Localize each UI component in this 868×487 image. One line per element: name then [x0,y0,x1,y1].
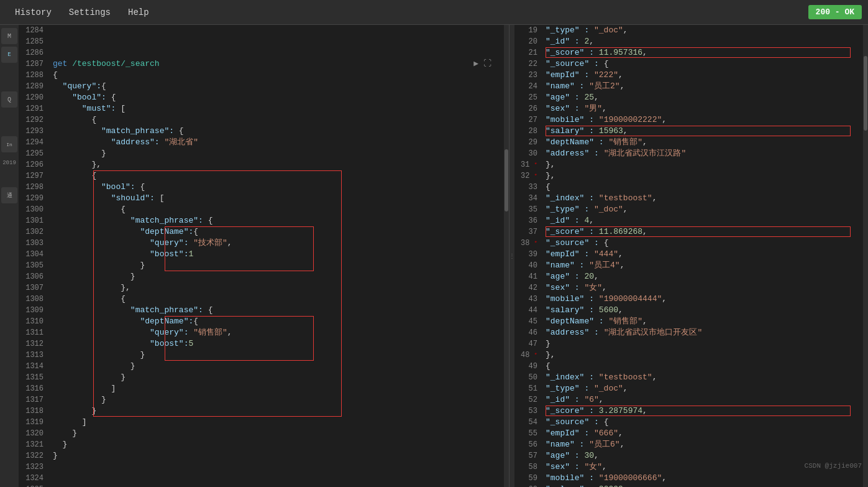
code-line-1322: } [53,450,504,461]
line-num-1292: 1292 [19,114,43,126]
resp-line-37: "_score" : 11.869268, [546,226,863,238]
line-num-1302: 1302 [19,226,43,238]
app-icon-2[interactable]: E [1,47,17,63]
resp-line-20: "_id" : 2, [546,36,863,47]
code-line-1297: { [53,170,504,182]
resp-line-60: "salary" : 30000, [546,484,863,487]
resp-line-28: "salary" : 15963, [546,126,863,137]
menu-history[interactable]: History [6,4,60,21]
code-line-1309: "match_phrase": { [53,305,504,316]
code-line-1311: "query": "销售部", [53,327,504,338]
code-line-1314: } [53,361,504,372]
code-line-1316: ] [53,383,504,394]
resp-line-35: "_type" : "_doc", [546,204,863,215]
resp-line-num-56: 56 [514,439,537,450]
code-line-1293: "match_phrase": { [53,126,504,137]
resp-line-51: "_type" : "_doc", [546,383,863,394]
code-line-1323 [53,461,504,473]
resp-line-54: "_source" : { [546,417,863,428]
line-num-1310: 1310 [19,316,43,327]
code-line-1284 [53,25,504,36]
menu-settings[interactable]: Settings [60,4,119,21]
line-num-1304: 1304 [19,249,43,260]
app-icon-intel[interactable]: In [1,136,17,152]
editor-scrollbar[interactable] [504,25,509,487]
app-icon-1[interactable]: M [1,28,17,44]
code-line-1296: }, [53,159,504,170]
code-line-1317: } [53,394,504,406]
resp-line-num-47: 47 [514,338,537,350]
editor-panel: 1284128512861287128812891290129112921293… [19,25,509,487]
line-num-1293: 1293 [19,126,43,137]
code-line-1306: } [53,271,504,282]
line-num-1320: 1320 [19,428,43,439]
resp-line-num-32: 32 * [514,170,537,182]
code-line-1299: "should": [ [53,193,504,204]
menu-help[interactable]: Help [119,4,158,21]
resp-line-num-45: 45 [514,316,537,327]
resp-line-23: "empId" : "222", [546,70,863,81]
resp-line-38: "_source" : { [546,238,863,249]
resp-line-26: "sex" : "男", [546,103,863,114]
resp-line-num-49: 49 [514,361,537,372]
code-line-1325 [53,484,504,487]
resp-line-num-50: 50 [514,372,537,383]
code-line-1321: } [53,439,504,450]
line-num-1301: 1301 [19,215,43,226]
resp-line-27: "mobile" : "19000002222", [546,114,863,126]
app-icon-3[interactable]: Q [1,91,17,108]
resp-line-num-52: 52 [514,394,537,406]
resp-line-num-44: 44 [514,305,537,316]
code-line-1298: "bool": { [53,182,504,193]
code-line-1288: { [53,70,504,81]
response-scrollbar[interactable] [863,25,868,487]
code-line-1307: }, [53,282,504,294]
response-line-numbers: 19202122232425262728293031 *32 *33343536… [514,25,542,487]
line-num-1284: 1284 [19,25,43,36]
response-content[interactable]: "_type" : "_doc","_id" : 2,"_score" : 11… [542,25,863,487]
line-num-1306: 1306 [19,271,43,282]
resp-line-num-23: 23 [514,70,537,81]
watermark: CSDN @jzjie007 [805,462,862,470]
code-line-1291: "must": [ [53,103,504,114]
line-num-1295: 1295 [19,148,43,159]
panel-divider[interactable]: ⋮ [509,25,514,487]
resp-line-39: "empId" : "444", [546,249,863,260]
app-icon-bottom[interactable]: 通 [1,187,17,203]
resp-line-36: "_id" : 4, [546,215,863,226]
resp-line-num-37: 37 [514,226,537,238]
code-line-1295: } [53,148,504,159]
resp-line-num-27: 27 [514,114,537,126]
line-num-1296: 1296 [19,159,43,170]
resp-line-24: "name" : "员工2", [546,81,863,92]
line-num-1291: 1291 [19,103,43,114]
response-scroll-thumb[interactable] [864,56,867,131]
request-icons[interactable]: ▶ ⛶ [473,58,491,70]
code-line-1308: { [53,294,504,305]
line-num-1300: 1300 [19,204,43,215]
code-line-1310: "deptName":{ [53,316,504,327]
left-app-bar: M E Q In 2019 通 [0,25,19,487]
scroll-thumb[interactable] [505,149,508,211]
resp-line-num-40: 40 [514,260,537,271]
resp-line-num-58: 58 [514,461,537,473]
editor-content[interactable]: get /testboost/_search▶ ⛶{ "query":{ "bo… [50,25,504,487]
line-num-1289: 1289 [19,81,43,92]
resp-line-num-30: 30 [514,148,537,159]
resp-line-num-19: 19 [514,25,537,36]
line-num-1294: 1294 [19,137,43,148]
resp-line-num-35: 35 [514,204,537,215]
code-line-1303: "query": "技术部", [53,238,504,249]
resp-line-41: "age" : 20, [546,271,863,282]
code-line-1324 [53,473,504,484]
resp-line-31: }, [546,159,863,170]
resp-line-32: }, [546,170,863,182]
resp-line-num-54: 54 [514,417,537,428]
code-line-1302: "deptName":{ [53,226,504,238]
resp-line-num-41: 41 [514,271,537,282]
resp-line-num-48: 48 * [514,350,537,361]
resp-line-19: "_type" : "_doc", [546,25,863,36]
resp-line-34: "_index" : "testboost", [546,193,863,204]
resp-line-49: { [546,361,863,372]
resp-line-num-42: 42 [514,282,537,294]
